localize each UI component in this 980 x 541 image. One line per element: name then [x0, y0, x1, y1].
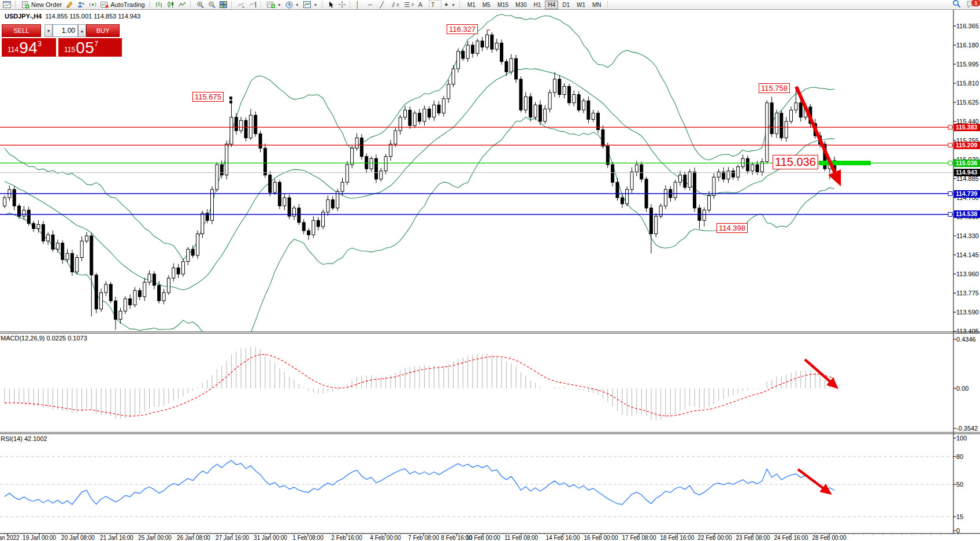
rsi-tick-label: 15 [956, 513, 963, 520]
volume-stepper: ▼ ▲ [44, 24, 86, 37]
chart-canvas[interactable] [0, 0, 980, 541]
chart-title: USDJPY-,H4114.855 115.001 114.853 114.94… [5, 13, 140, 20]
timeframe-mn[interactable]: MN [589, 1, 604, 9]
timeframe-m1[interactable]: M1 [465, 1, 478, 9]
ohlc-values: 114.855 115.001 114.853 114.943 [45, 13, 140, 20]
signals-icon [89, 1, 96, 8]
price-annotation-115.036[interactable]: 115.036 [773, 155, 818, 169]
volume-input[interactable] [53, 24, 78, 37]
new-chart-button[interactable] [1, 1, 13, 9]
toolbar-separator [607, 1, 610, 8]
toolbar-separator [190, 1, 192, 8]
volume-increase-button[interactable]: ▲ [78, 24, 86, 37]
price-annotation-115.758[interactable]: 115.758 [759, 83, 790, 93]
price-tag-114.739: 114.739 [954, 190, 980, 198]
chart-shift-button[interactable] [247, 1, 258, 9]
styler-button[interactable] [64, 1, 75, 9]
chevron-down-icon: ▼ [314, 3, 318, 7]
price-annotation-114.398[interactable]: 114.398 [717, 223, 748, 233]
toolbar-separator [350, 1, 352, 8]
timeframe-m5[interactable]: M5 [480, 1, 493, 9]
toolbar-separator [231, 1, 233, 8]
signals-button[interactable] [87, 1, 98, 9]
timeframe-m15[interactable]: M15 [495, 1, 511, 9]
price-axis[interactable]: 116.365116.180115.995115.810115.625115.4… [954, 0, 980, 541]
timeframe-d1[interactable]: D1 [559, 1, 573, 9]
volume-decrease-button[interactable]: ▼ [44, 24, 53, 37]
price-tick-label: 113.775 [956, 290, 979, 297]
time-tick-label: 27 Jan 16:00 [216, 535, 249, 541]
templates-button[interactable]: ▼ [302, 1, 320, 9]
time-tick-label: 24 Feb 16:00 [774, 535, 808, 541]
search-button[interactable] [952, 0, 961, 10]
buy-price-main: 05 [76, 40, 94, 55]
time-tick-label: 21 Jan 16:00 [100, 535, 133, 541]
toolbar: New Order AutoTrading ▼ [0, 0, 980, 10]
autotrading-icon [101, 1, 109, 8]
zoom-in-button[interactable] [195, 1, 206, 9]
price-tag-115.036: 115.036 [954, 160, 980, 167]
bar-chart-button[interactable] [154, 1, 165, 9]
chevron-down-icon: ▼ [277, 3, 281, 7]
time-axis[interactable]: Jan 202219 Jan 00:0020 Jan 08:0021 Jan 1… [0, 535, 980, 541]
timeframe-h4[interactable]: H4 [545, 1, 558, 9]
candlestick-chart-button[interactable] [165, 1, 176, 9]
rsi-indicator-label: RSI(14) 42.1002 [1, 435, 47, 442]
sell-price-display[interactable]: 114 94 3 [2, 38, 56, 57]
timeframe-h1[interactable]: H1 [531, 1, 544, 9]
line-chart-button[interactable] [177, 1, 188, 9]
time-tick-label: 19 Jan 00:00 [23, 535, 56, 541]
selection-handle[interactable] [229, 97, 232, 99]
time-tick-label: 2 Feb 16:00 [331, 535, 362, 541]
time-tick-label: 4 Feb 00:00 [370, 535, 400, 541]
autotrading-label: AutoTrading [110, 1, 145, 8]
label-tool[interactable]: T [429, 0, 441, 10]
notification-badge: 1 [971, 0, 980, 6]
crosshair-tool-button[interactable] [337, 1, 347, 9]
time-tick-label: 25 Jan 00:00 [138, 535, 172, 541]
buy-price-pip: 7 [94, 40, 98, 48]
autotrading-button[interactable]: AutoTrading [99, 1, 147, 9]
tile-windows-button[interactable] [218, 1, 229, 9]
price-annotation-115.675[interactable]: 115.675 [192, 92, 224, 102]
clock-icon [285, 1, 293, 9]
toolbar-right-icons: 1 [952, 0, 977, 10]
sell-button[interactable]: SELL [2, 24, 41, 37]
arrows-tool[interactable]: ✦▼ [442, 1, 457, 9]
macd-tick-label: -0.3542 [956, 425, 978, 432]
selection-handle[interactable] [229, 101, 232, 103]
text-tool[interactable]: A [417, 1, 428, 9]
notifications-button[interactable]: 1 [967, 1, 977, 9]
vertical-line-tool[interactable]: │ [354, 1, 366, 9]
price-tick-label: 114.145 [956, 251, 979, 258]
horizontal-line-tool[interactable]: ─ [366, 1, 378, 9]
timeframe-m30[interactable]: M30 [513, 1, 529, 9]
chevron-down-icon: ▼ [295, 3, 299, 7]
fibonacci-tool[interactable]: ☰F [403, 1, 416, 9]
bars-icon [155, 1, 163, 8]
zoom-out-button[interactable] [206, 1, 217, 9]
cursor-tool-button[interactable] [326, 1, 336, 9]
add-indicator-icon [267, 1, 275, 8]
price-annotation-116.327[interactable]: 116.327 [447, 24, 478, 34]
profile-icon [77, 1, 85, 8]
market-watch-button[interactable] [76, 1, 87, 9]
trendline-tool[interactable]: ╱ [378, 1, 390, 9]
auto-scroll-button[interactable] [236, 1, 247, 9]
toolbar-separator [322, 1, 324, 8]
time-tick-label: 10 Feb 00:00 [466, 535, 500, 541]
indicators-button[interactable]: ▼ [265, 1, 283, 9]
toolbar-separator [261, 1, 263, 8]
search-icon [952, 0, 961, 8]
buy-button[interactable]: BUY [86, 24, 120, 37]
periods-button[interactable]: ▼ [284, 1, 301, 9]
new-order-button[interactable]: New Order [20, 1, 64, 9]
channel-tool[interactable]: ⫽E [391, 1, 402, 9]
cursor-icon [328, 1, 335, 8]
tile-windows-icon [220, 1, 227, 8]
price-tick-label: 114.330 [956, 232, 979, 239]
time-tick-label: Jan 2022 [0, 535, 20, 541]
buy-price-display[interactable]: 115 05 7 [58, 38, 122, 57]
timeframe-w1[interactable]: W1 [574, 1, 588, 9]
rsi-tick-label: 0 [956, 527, 960, 534]
